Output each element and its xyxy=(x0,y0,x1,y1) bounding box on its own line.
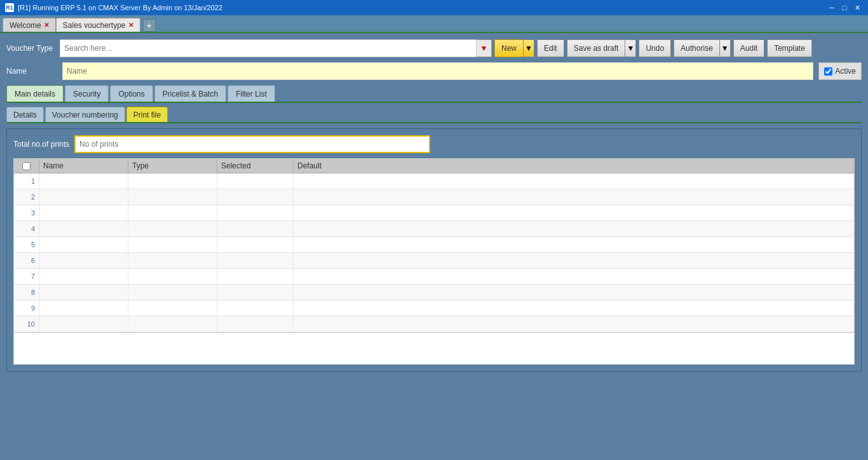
voucher-type-search-input[interactable] xyxy=(60,39,477,57)
tab-voucher-numbering[interactable]: Voucher numbering xyxy=(45,107,125,122)
tab-print-file[interactable]: Print file xyxy=(126,107,168,122)
table-row: 3 xyxy=(14,205,854,221)
grid-select-all-checkbox[interactable] xyxy=(22,162,31,170)
row-type-6[interactable] xyxy=(128,253,217,268)
row-type-7[interactable] xyxy=(128,269,217,284)
grid-header: Name Type Selected Default xyxy=(14,159,854,173)
grid-header-name: Name xyxy=(39,159,128,173)
maximize-button[interactable]: □ xyxy=(839,3,850,13)
row-name-3[interactable] xyxy=(39,205,128,220)
table-row: 4 xyxy=(14,221,854,237)
row-name-4[interactable] xyxy=(39,221,128,236)
tab-security-label: Security xyxy=(73,90,100,98)
row-selected-10[interactable] xyxy=(217,316,294,332)
voucher-type-label: Voucher Type xyxy=(6,44,57,53)
name-row: Name Active xyxy=(6,62,862,80)
total-prints-input[interactable] xyxy=(74,135,430,153)
name-input[interactable] xyxy=(62,62,813,80)
sub-tabs: Details Voucher numbering Print file xyxy=(6,107,862,123)
row-name-7[interactable] xyxy=(39,269,128,284)
row-type-5[interactable] xyxy=(128,237,217,252)
authorise-button[interactable]: Authorise xyxy=(674,39,719,57)
row-default-10[interactable] xyxy=(294,316,854,332)
row-selected-6[interactable] xyxy=(217,253,294,268)
row-selected-7[interactable] xyxy=(217,269,294,284)
row-type-4[interactable] xyxy=(128,221,217,236)
active-checkbox-container: Active xyxy=(818,62,862,80)
authorise-arrow-icon: ▼ xyxy=(721,44,729,53)
row-type-2[interactable] xyxy=(128,189,217,205)
row-num-9: 9 xyxy=(14,301,39,316)
save-as-draft-button[interactable]: Save as draft xyxy=(567,39,625,57)
row-num-1: 1 xyxy=(14,173,39,189)
tab-options[interactable]: Options xyxy=(110,85,153,102)
row-name-10[interactable] xyxy=(39,316,128,332)
table-row: 10 xyxy=(14,316,854,332)
tab-pricelist-batch[interactable]: Pricelist & Batch xyxy=(154,85,226,102)
row-name-2[interactable] xyxy=(39,189,128,205)
row-num-3: 3 xyxy=(14,205,39,220)
row-default-3[interactable] xyxy=(294,205,854,220)
tab-details[interactable]: Details xyxy=(6,107,44,122)
row-default-7[interactable] xyxy=(294,269,854,284)
tab-welcome[interactable]: Welcome ✕ xyxy=(3,18,56,32)
tab-main-details[interactable]: Main details xyxy=(6,85,64,102)
voucher-type-dropdown-button[interactable]: ▼ xyxy=(477,39,492,57)
edit-button[interactable]: Edit xyxy=(537,39,564,57)
row-default-2[interactable] xyxy=(294,189,854,205)
title-bar: R1 [R1] Running ERP 5.1 on CMAX Server B… xyxy=(0,0,868,15)
audit-button[interactable]: Audit xyxy=(733,39,764,57)
undo-button[interactable]: Undo xyxy=(639,39,671,57)
table-row: 8 xyxy=(14,285,854,301)
print-file-grid: Name Type Selected Default 1 2 3 xyxy=(13,158,855,333)
tab-security[interactable]: Security xyxy=(65,85,109,102)
new-dropdown-arrow[interactable]: ▼ xyxy=(523,39,534,57)
close-button[interactable]: ✕ xyxy=(851,3,863,13)
row-num-10: 10 xyxy=(14,316,39,332)
minimize-button[interactable]: ─ xyxy=(826,3,837,13)
row-default-9[interactable] xyxy=(294,301,854,316)
row-type-8[interactable] xyxy=(128,285,217,300)
row-selected-9[interactable] xyxy=(217,301,294,316)
tab-filter-list[interactable]: Filter List xyxy=(227,85,275,102)
row-default-5[interactable] xyxy=(294,237,854,252)
template-button[interactable]: Template xyxy=(767,39,812,57)
tab-sales-vouchertype-label: Sales vouchertype xyxy=(63,21,126,30)
tab-details-label: Details xyxy=(13,111,37,119)
row-name-5[interactable] xyxy=(39,237,128,252)
row-selected-5[interactable] xyxy=(217,237,294,252)
row-name-8[interactable] xyxy=(39,285,128,300)
save-arrow-icon: ▼ xyxy=(627,44,634,53)
tab-options-label: Options xyxy=(118,90,144,98)
active-checkbox[interactable] xyxy=(824,67,832,76)
row-default-6[interactable] xyxy=(294,253,854,268)
row-type-9[interactable] xyxy=(128,301,217,316)
row-selected-4[interactable] xyxy=(217,221,294,236)
toolbar: Voucher Type ▼ New ▼ Edit Save as draft … xyxy=(6,39,862,57)
tab-sales-vouchertype-close[interactable]: ✕ xyxy=(128,22,133,29)
save-as-draft-dropdown-arrow[interactable]: ▼ xyxy=(625,39,636,57)
row-type-10[interactable] xyxy=(128,316,217,332)
authorise-dropdown-arrow[interactable]: ▼ xyxy=(719,39,731,57)
main-content: Voucher Type ▼ New ▼ Edit Save as draft … xyxy=(0,33,868,460)
row-name-1[interactable] xyxy=(39,173,128,189)
tab-pricelist-batch-label: Pricelist & Batch xyxy=(163,90,218,98)
row-type-3[interactable] xyxy=(128,205,217,220)
row-default-1[interactable] xyxy=(294,173,854,189)
row-selected-8[interactable] xyxy=(217,285,294,300)
row-default-8[interactable] xyxy=(294,285,854,300)
row-name-9[interactable] xyxy=(39,301,128,316)
add-tab-button[interactable]: + xyxy=(143,19,156,32)
row-selected-2[interactable] xyxy=(217,189,294,205)
row-default-4[interactable] xyxy=(294,221,854,236)
save-as-draft-group: Save as draft ▼ xyxy=(567,39,637,57)
new-button[interactable]: New xyxy=(494,39,523,57)
row-selected-3[interactable] xyxy=(217,205,294,220)
tab-welcome-close[interactable]: ✕ xyxy=(44,22,49,29)
row-name-6[interactable] xyxy=(39,253,128,268)
row-selected-1[interactable] xyxy=(217,173,294,189)
tab-sales-vouchertype[interactable]: Sales vouchertype ✕ xyxy=(56,18,140,32)
grid-header-default: Default xyxy=(294,159,854,173)
main-tabs: Main details Security Options Pricelist … xyxy=(6,85,862,103)
row-type-1[interactable] xyxy=(128,173,217,189)
